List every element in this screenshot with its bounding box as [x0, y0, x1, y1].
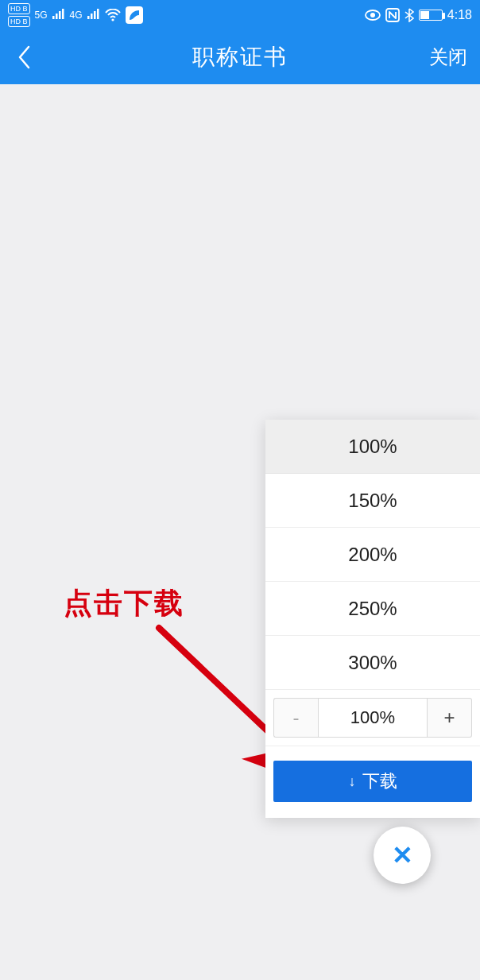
svg-rect-2: [59, 11, 61, 19]
download-row: ↓ 下载: [265, 746, 480, 818]
app-running-icon: [126, 6, 143, 24]
zoom-panel: 100% 150% 200% 250% 300% - 100% + ↓ 下载: [265, 420, 480, 818]
svg-rect-3: [62, 9, 64, 19]
svg-rect-5: [91, 14, 93, 19]
svg-point-10: [370, 13, 375, 17]
clock-time: 4:18: [447, 8, 472, 22]
signal-bars-icon: [52, 8, 65, 22]
svg-rect-4: [87, 16, 90, 19]
close-fab[interactable]: ✕: [374, 827, 431, 884]
app-header: 职称证书 关闭: [0, 30, 480, 84]
back-button[interactable]: [13, 41, 35, 73]
zoom-options-list: 100% 150% 200% 250% 300%: [265, 420, 480, 690]
download-icon: ↓: [349, 773, 356, 790]
close-icon: ✕: [392, 840, 413, 870]
hd-badge: HD B HD B: [8, 2, 30, 28]
download-button-label: 下载: [362, 769, 397, 793]
zoom-stepper: - 100% +: [273, 698, 472, 738]
zoom-value[interactable]: 100%: [318, 698, 428, 738]
zoom-option-150[interactable]: 150%: [265, 474, 480, 528]
close-button[interactable]: 关闭: [429, 45, 467, 70]
battery-icon: [419, 10, 443, 21]
zoom-increase-button[interactable]: +: [428, 698, 472, 738]
svg-rect-1: [56, 14, 58, 19]
svg-rect-0: [52, 16, 55, 19]
svg-point-8: [111, 18, 114, 21]
annotation-label: 点击下载: [64, 584, 184, 623]
network-4g-label: 4G: [70, 10, 83, 21]
nfc-icon: [385, 8, 400, 22]
network-5g-label: 5G: [35, 10, 48, 21]
signal-bars-icon: [87, 8, 100, 22]
bluetooth-icon: [405, 8, 414, 22]
status-bar: HD B HD B 5G 4G 4:18: [0, 0, 480, 30]
zoom-option-100[interactable]: 100%: [265, 420, 480, 474]
zoom-option-300[interactable]: 300%: [265, 636, 480, 690]
zoom-option-200[interactable]: 200%: [265, 528, 480, 582]
eye-comfort-icon: [365, 10, 381, 21]
hd-badge-bottom: HD B: [8, 16, 30, 27]
page-title: 职称证书: [192, 42, 288, 72]
status-left: HD B HD B 5G 4G: [8, 2, 143, 28]
svg-rect-6: [94, 11, 96, 19]
svg-rect-7: [97, 9, 99, 19]
chevron-left-icon: [17, 45, 31, 70]
wifi-icon: [105, 9, 121, 21]
hd-badge-top: HD B: [8, 3, 30, 14]
status-right: 4:18: [365, 8, 472, 22]
zoom-option-250[interactable]: 250%: [265, 582, 480, 636]
zoom-decrease-button[interactable]: -: [273, 698, 318, 738]
download-button[interactable]: ↓ 下载: [273, 761, 472, 802]
